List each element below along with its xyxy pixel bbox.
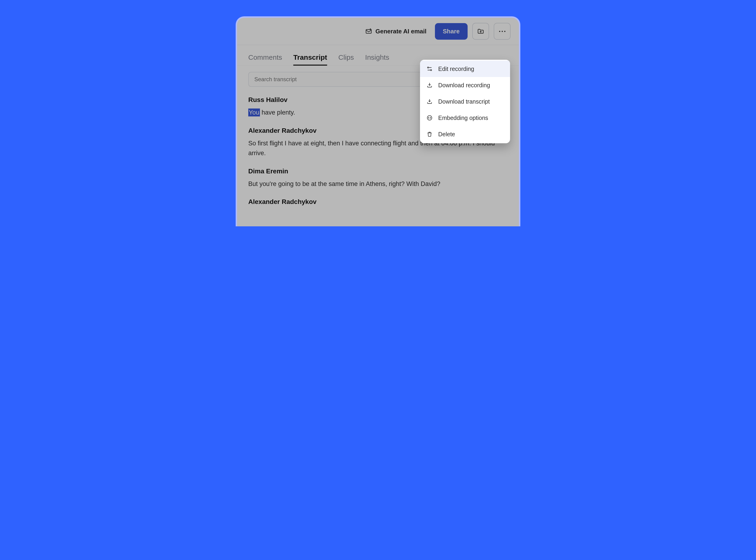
menu-item-label: Embedding options	[438, 115, 488, 121]
tab-clips[interactable]: Clips	[338, 54, 354, 65]
menu-item-download-transcript[interactable]: Download transcript	[420, 93, 510, 110]
speaker-name: Dima Eremin	[248, 167, 508, 175]
highlighted-word: You	[248, 108, 260, 116]
transcript-entry: Dima Eremin But you're going to be at th…	[248, 167, 508, 189]
edit-sliders-icon	[426, 65, 433, 72]
svg-point-3	[431, 69, 432, 71]
more-icon	[499, 31, 505, 32]
tab-insights[interactable]: Insights	[365, 54, 389, 65]
download-icon	[426, 98, 433, 105]
menu-item-label: Edit recording	[438, 65, 474, 72]
code-circle-icon	[426, 114, 433, 121]
folder-plus-icon	[477, 28, 484, 35]
trash-icon	[426, 131, 433, 138]
email-plus-icon	[365, 28, 372, 35]
app-frame: Generate AI email Share Comments Transcr…	[236, 16, 520, 226]
speaker-name: Alexander Radchykov	[248, 198, 508, 205]
download-icon	[426, 82, 433, 89]
tab-transcript[interactable]: Transcript	[293, 54, 327, 65]
more-menu-button[interactable]	[494, 23, 511, 40]
menu-item-edit-recording[interactable]: Edit recording	[420, 61, 510, 77]
more-menu-dropdown: Edit recording Download recording Do	[420, 60, 510, 143]
svg-point-1	[427, 67, 429, 68]
tab-comments[interactable]: Comments	[248, 54, 282, 65]
menu-item-delete[interactable]: Delete	[420, 126, 510, 142]
menu-item-label: Download transcript	[438, 98, 490, 105]
menu-item-embedding-options[interactable]: Embedding options	[420, 110, 510, 126]
menu-item-label: Delete	[438, 131, 455, 138]
generate-ai-email-button[interactable]: Generate AI email	[361, 25, 430, 37]
top-bar: Generate AI email Share	[237, 18, 519, 45]
share-button[interactable]: Share	[435, 23, 467, 40]
line-rest: have plenty.	[260, 109, 295, 116]
generate-ai-label: Generate AI email	[375, 28, 426, 35]
add-to-folder-button[interactable]	[472, 23, 489, 40]
transcript-entry: Alexander Radchykov	[248, 198, 508, 205]
menu-item-label: Download recording	[438, 82, 490, 89]
menu-item-download-recording[interactable]: Download recording	[420, 77, 510, 93]
share-label: Share	[443, 28, 460, 35]
transcript-line[interactable]: But you're going to be at the same time …	[248, 179, 508, 189]
